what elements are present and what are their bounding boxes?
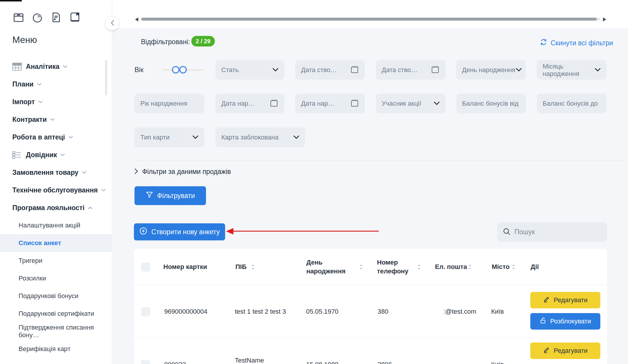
book-icon[interactable] — [69, 11, 81, 25]
apply-filters-button[interactable]: Фільтрувати — [134, 186, 206, 205]
chevron-down-icon — [50, 118, 55, 121]
age-filter-label: Вік — [134, 66, 144, 74]
hscroll-left-arrow-icon[interactable] — [135, 17, 138, 21]
sort-icon-birthday[interactable] — [359, 264, 363, 270]
birth-date-to-input[interactable]: Дата нар… — [295, 94, 365, 113]
list-icon — [12, 151, 22, 159]
sidebar-subitem-questionnaire-list[interactable]: Список анкет — [0, 234, 112, 252]
chevron-down-icon — [60, 154, 65, 156]
card-blocked-select[interactable]: Карта заблокована — [215, 127, 305, 147]
date-created-to-input[interactable]: Дата ство… — [376, 60, 446, 80]
reset-filters-link[interactable]: Скинути всі фільтри — [539, 38, 613, 48]
pie-chart-icon[interactable] — [31, 11, 44, 25]
birth-day-select[interactable]: День народження — [456, 60, 526, 80]
cell-full-name: TestName TestSurname — [235, 356, 275, 364]
sidebar-item-import[interactable]: Імпорт — [0, 93, 112, 111]
chevron-down-icon — [101, 189, 106, 192]
sidebar-subitem-bonus-writeoff-confirmation[interactable]: Підтвердження списання бону… — [0, 323, 112, 340]
age-filter: Вік — [134, 60, 204, 80]
age-slider-handle-max[interactable] — [179, 66, 187, 74]
sidebar-scrollbar[interactable] — [105, 60, 107, 95]
age-range-slider[interactable] — [162, 69, 204, 71]
sidebar-item-contracts[interactable]: Контракти — [0, 111, 112, 128]
cell-birthday: 15.08.1980 — [306, 360, 338, 364]
select-all-checkbox[interactable] — [141, 262, 150, 272]
pencil-icon — [543, 346, 550, 355]
sidebar-collapse-button[interactable] — [105, 16, 119, 30]
unlock-button[interactable]: Розблокувати — [530, 313, 600, 330]
date-created-from-input[interactable]: Дата ство… — [295, 60, 365, 80]
cell-email: :@test.com — [443, 308, 476, 316]
column-card-number: Номер картки — [163, 262, 207, 271]
sort-icon-phone[interactable] — [417, 264, 421, 270]
filtered-count-badge: 2 / 29 — [191, 36, 215, 46]
cell-card-number: 969000000004 — [164, 308, 207, 316]
sidebar-subitem-promo-settings[interactable]: Налаштування акцій — [0, 217, 112, 234]
unlock-icon — [540, 317, 547, 326]
sidebar-subitem-mailings[interactable]: Розсилки — [0, 270, 112, 287]
row-checkbox[interactable] — [141, 307, 150, 316]
browser-artifact-strip — [0, 0, 22, 1]
red-annotation-arrow — [226, 228, 379, 235]
document-icon[interactable] — [50, 11, 62, 25]
chevron-down-icon — [69, 136, 73, 139]
birth-year-input[interactable]: Рік народження — [134, 94, 204, 113]
cell-phone: 3806 — [378, 360, 392, 364]
gender-select[interactable]: Стать — [215, 60, 284, 80]
sort-icon-full-name[interactable] — [251, 264, 255, 270]
row-checkbox[interactable] — [141, 360, 150, 364]
refresh-icon — [539, 38, 548, 48]
chevron-down-icon — [38, 101, 43, 103]
table-row: 000022 TestName TestSurname 15.08.1980 3… — [134, 338, 607, 364]
plus-circle-icon — [139, 227, 147, 237]
chevron-down-icon — [516, 67, 522, 73]
sidebar-item-pharmacy-work[interactable]: Робота в аптеці — [0, 128, 112, 146]
chevron-left-icon — [110, 20, 114, 27]
chevron-down-icon — [37, 83, 41, 86]
reset-filters-label: Скинути всі фільтри — [551, 39, 613, 47]
sidebar-item-plans[interactable]: Плани — [0, 75, 112, 93]
sidebar-item-analytics[interactable]: Аналітика — [0, 58, 112, 75]
sidebar-item-loyalty-program[interactable]: Програма лояльності — [0, 199, 112, 217]
search-input[interactable] — [514, 228, 602, 236]
arrow-head — [226, 228, 233, 235]
horizontal-scrollbar[interactable] — [141, 18, 600, 21]
sales-filters-toggle[interactable]: Фільтри за даними продажів — [134, 168, 231, 176]
column-birthday: День народження — [306, 258, 350, 276]
sidebar-subitem-triggers[interactable]: Тригери — [0, 252, 112, 270]
birth-month-select[interactable]: Місяць народження — [537, 60, 607, 80]
birth-date-from-input[interactable]: Дата нар… — [215, 94, 284, 113]
filters-divider — [134, 160, 628, 160]
edit-button[interactable]: Редагувати — [530, 292, 600, 308]
sidebar-subitem-gift-bonuses[interactable]: Подарункові бонуси — [0, 287, 112, 305]
sort-icon-email[interactable] — [468, 264, 472, 270]
sidebar-item-maintenance[interactable]: Технічне обслуговування — [0, 181, 112, 199]
horizontal-scrollbar-thumb[interactable] — [141, 18, 597, 21]
sidebar-subitem-gift-certificates[interactable]: Подарункові сертифікати — [0, 305, 112, 323]
sort-icon-city[interactable] — [511, 264, 516, 270]
menu-title: Меню — [12, 35, 37, 45]
hscroll-right-arrow-icon[interactable] — [603, 17, 606, 21]
edit-button[interactable]: Редагувати — [530, 343, 600, 359]
promo-participant-select[interactable]: Учасник акції — [376, 94, 446, 113]
pencil-icon — [543, 296, 550, 305]
create-questionnaire-button[interactable]: Створити нову анкету — [134, 223, 225, 240]
calendar-icon — [350, 99, 359, 109]
age-slider-handle-min[interactable] — [172, 66, 180, 74]
sidebar-item-goods-orders[interactable]: Замовлення товару — [0, 164, 112, 181]
column-full-name: ПІБ — [235, 262, 247, 271]
bonus-balance-to-input[interactable]: Баланс бонусів до — [537, 94, 607, 113]
sidebar-subitem-card-verification[interactable]: Верифікація карт — [0, 340, 112, 358]
filtered-label: Відфільтровані: — [141, 38, 190, 46]
search-box[interactable] — [497, 222, 607, 242]
chevron-down-icon — [595, 67, 601, 73]
chevron-up-icon — [88, 207, 92, 209]
sidebar-item-directory[interactable]: Довідник — [0, 146, 112, 164]
archive-box-icon[interactable] — [12, 11, 25, 25]
bonus-balance-from-input[interactable]: Баланс бонусів від — [456, 94, 526, 113]
cell-birthday: 05.05.1970 — [306, 308, 338, 316]
cell-city: Київ — [491, 308, 504, 316]
cell-card-number: 000022 — [164, 360, 186, 364]
card-type-select[interactable]: Тип карти — [134, 127, 204, 147]
chevron-down-icon — [82, 171, 87, 174]
